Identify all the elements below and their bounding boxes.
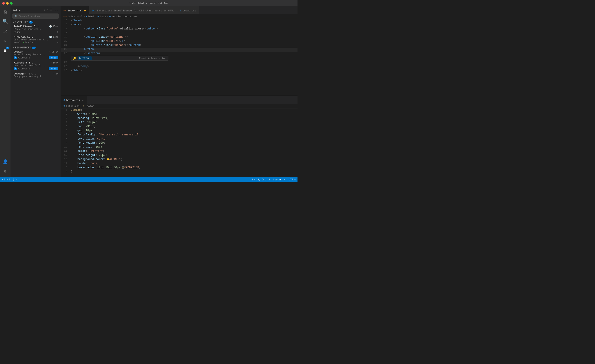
- collapse-icon[interactable]: ▾: [13, 46, 14, 49]
- code-line: 4 left: 100px;: [61, 121, 298, 125]
- tab-botao-css[interactable]: # botao.css: [177, 6, 199, 14]
- close-button[interactable]: [2, 2, 5, 5]
- collapse-icon[interactable]: ▾: [13, 21, 14, 23]
- color-swatch-yellow[interactable]: [107, 158, 109, 160]
- sidebar-item-search[interactable]: 🔍: [1, 17, 10, 26]
- extension-item-docker[interactable]: Docker ⬇ 16.1M Makes it easy to cre... M…: [11, 49, 61, 60]
- search-icon: 🔍: [2, 19, 8, 24]
- installed-count: 2: [29, 21, 33, 23]
- gear-icon[interactable]: ⚙: [57, 31, 58, 34]
- warning-count: 0: [9, 178, 10, 181]
- refresh-icon[interactable]: ↺: [47, 8, 49, 12]
- ext-downloads: 2M: [56, 72, 58, 75]
- indent-status[interactable]: Spaces: 4: [273, 178, 286, 181]
- line-content: [70, 61, 298, 64]
- maximize-button[interactable]: [10, 2, 13, 5]
- html-file-icon: <>: [64, 15, 66, 18]
- more-icon[interactable]: ···: [53, 8, 58, 12]
- filter-icon[interactable]: ⚡: [44, 8, 46, 12]
- code-line: 9 font-weight: 700;: [61, 141, 298, 146]
- breadcrumb-item[interactable]: section.container: [112, 15, 137, 18]
- extension-item-microsoft-edge[interactable]: Microsoft E... ⬇ 805K Use the Microsoft …: [11, 60, 61, 71]
- tab-extension-intellisense[interactable]: Ext Extension: IntelliSense for CSS clas…: [89, 6, 177, 14]
- download-icon: ⬇: [50, 61, 52, 64]
- titlebar: index.html — curso estilos: [0, 0, 298, 6]
- code-editor-bottom[interactable]: 1 .botao{ 2 width: 100%; 3 padding: 28px…: [61, 108, 298, 177]
- search-input[interactable]: [19, 15, 57, 18]
- encoding-status[interactable]: UTF-8: [289, 178, 296, 181]
- line-content: .botao{: [70, 108, 298, 112]
- code-line: 14 border: none;: [61, 162, 298, 166]
- search-icon: 🔍: [14, 15, 18, 18]
- account-icon[interactable]: 👤: [1, 157, 10, 166]
- close-icon[interactable]: ✕: [82, 99, 84, 101]
- search-extensions-box[interactable]: 🔍: [12, 14, 59, 19]
- line-content: <p class="texto"></p>: [70, 40, 298, 43]
- recommended-count: 7: [32, 47, 36, 49]
- ext-downloads: 16.1M: [51, 50, 58, 53]
- ext-name: Docker: [14, 50, 23, 53]
- section-icon: ⊕: [109, 15, 111, 18]
- breadcrumb-item[interactable]: botao.css: [66, 105, 80, 108]
- line-number: 11: [61, 150, 70, 152]
- extension-item-htmlcss[interactable]: HTML CSS S... 🕐 17ms CSS Intellisense fo…: [11, 35, 61, 45]
- extension-item-debugger[interactable]: Debugger for... ⬇ 2M Debug your web appl…: [11, 71, 61, 78]
- ext-item-top: IntelliSense f... 🕐 45ms: [14, 25, 58, 28]
- extension-item-intellisense[interactable]: IntelliSense f... 🕐 45ms CSS class name …: [11, 24, 61, 35]
- install-button[interactable]: Install: [49, 56, 58, 59]
- line-content: gap: 10px;: [70, 129, 298, 132]
- tab-label: Extension: IntelliSense for CSS class na…: [97, 9, 174, 12]
- tab-label: index.html: [68, 9, 83, 12]
- microsoft-verified-icon: M: [14, 56, 17, 59]
- main-layout: ⎘ 🔍 ⎇ ▷ ⊞ 1 👤 ⚙ EXT... ⚡: [0, 6, 298, 177]
- extensions-badge: 1: [6, 47, 9, 49]
- recommended-section-header: ▾ RECOMMENDED 7: [11, 45, 61, 49]
- css-code-lines: 1 .botao{ 2 width: 100%; 3 padding: 28px…: [61, 108, 298, 174]
- tab-botao-css-bottom[interactable]: # botao.css ✕: [61, 96, 87, 104]
- ext-name: Microsoft E...: [14, 61, 35, 64]
- gear-icon[interactable]: ⚙: [57, 41, 58, 44]
- line-content: border: none;: [70, 162, 298, 165]
- body-icon: ⊕: [98, 15, 99, 18]
- errors-status[interactable]: ⚡ 0 ⚠ 0: [2, 178, 10, 181]
- autocomplete-popup: 🔑 button. Emmet Abbreviation: [71, 56, 168, 61]
- line-content: </head>: [70, 19, 298, 22]
- autocomplete-item[interactable]: button.: [78, 56, 92, 60]
- settings-icon[interactable]: ⚙: [1, 167, 10, 176]
- code-line: 19 <section class="container">: [61, 35, 298, 40]
- breadcrumb-item[interactable]: body: [100, 15, 106, 18]
- breadcrumb-item[interactable]: index.html: [67, 15, 83, 18]
- sidebar-item-source-control[interactable]: ⎇: [1, 27, 10, 36]
- color-swatch-white[interactable]: [89, 150, 91, 152]
- check-icon: ✓: [23, 41, 24, 44]
- views-icon[interactable]: ☰: [49, 8, 52, 12]
- css-file-icon: #: [180, 9, 181, 12]
- prettier-status[interactable]: { }: [13, 178, 17, 181]
- ext-publisher: Zignd: [14, 31, 21, 33]
- ext-publisher: ecmel: [14, 41, 21, 44]
- ext-bottom: M Microsoft Install: [14, 56, 58, 59]
- code-line: 16 }: [61, 170, 298, 174]
- code-line: 15 box-shadow: 10px 10px 30px #FDBF213D;: [61, 166, 298, 170]
- line-number: 19: [61, 35, 70, 38]
- emmet-abbreviation-label: Emmet Abbreviation: [139, 57, 166, 60]
- tab-index-html[interactable]: <> index.html: [61, 6, 89, 14]
- line-number: 13: [61, 158, 70, 161]
- install-button[interactable]: Install: [49, 67, 58, 70]
- cursor-position[interactable]: Ln 22, Col 11: [252, 178, 270, 181]
- ext-bottom: ecmel ✓ Enabled ⚙: [14, 41, 58, 44]
- line-number: 6: [61, 129, 70, 132]
- line-number: 26: [61, 69, 70, 72]
- sidebar-item-extensions[interactable]: ⊞ 1: [1, 46, 10, 55]
- sidebar-item-run[interactable]: ▷: [1, 36, 10, 45]
- line-number: 9: [61, 141, 70, 144]
- sidebar-item-explorer[interactable]: ⎘: [1, 7, 10, 16]
- minimize-button[interactable]: [6, 2, 9, 5]
- breadcrumb-item[interactable]: .botao: [85, 105, 94, 108]
- code-line: 15 </head>: [61, 19, 298, 23]
- activity-bar-bottom: 👤 ⚙: [1, 157, 10, 177]
- code-line: 23 </section>: [61, 52, 298, 56]
- code-editor-top[interactable]: 15 </head> 16 <body> 17 <button class="b…: [61, 19, 298, 95]
- color-swatch-shadow[interactable]: [122, 167, 124, 168]
- breadcrumb-item[interactable]: html: [88, 15, 94, 18]
